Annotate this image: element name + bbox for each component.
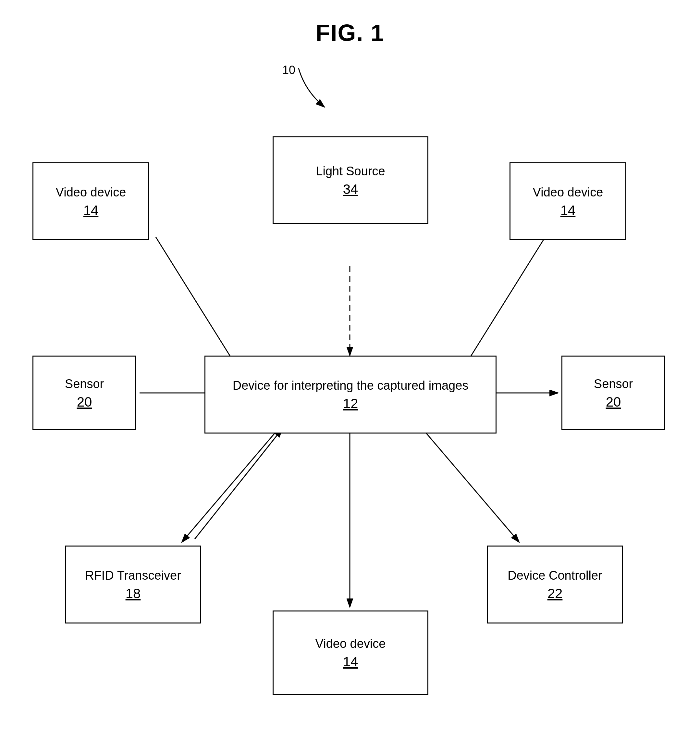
rfid-box: RFID Transceiver 18 [65,545,201,623]
diagram: FIG. 1 10 Light Sou [0,0,700,755]
video-device-bottom-label: Video device [316,636,386,652]
video-device-left-number: 14 [83,203,98,218]
sensor-left-label: Sensor [65,376,104,392]
device-controller-label: Device Controller [508,568,602,584]
device-controller-number: 22 [547,586,563,601]
video-device-bottom-box: Video device 14 [273,611,428,695]
fig-title: FIG. 1 [0,0,700,46]
ref-10-label: 10 [282,63,295,77]
video-device-right-number: 14 [561,203,576,218]
video-device-right-box: Video device 14 [509,162,627,240]
sensor-right-label: Sensor [594,376,633,392]
center-device-label: Device for interpreting the captured ima… [233,378,469,393]
sensor-right-number: 20 [606,394,621,410]
center-device-number: 12 [343,396,358,412]
svg-line-2 [464,237,545,367]
sensor-left-box: Sensor 20 [33,356,136,430]
svg-line-7 [425,432,519,542]
sensor-left-number: 20 [77,394,92,410]
light-source-number: 34 [343,182,358,197]
sensor-right-box: Sensor 20 [561,356,665,430]
light-source-box: Light Source 34 [273,136,428,224]
video-device-left-label: Video device [56,185,126,200]
device-controller-box: Device Controller 22 [487,545,623,623]
video-device-left-box: Video device 14 [33,162,149,240]
rfid-label: RFID Transceiver [85,568,181,584]
svg-line-1 [156,237,237,367]
video-device-bottom-number: 14 [343,654,358,670]
video-device-right-label: Video device [533,185,603,200]
svg-line-6 [195,429,282,539]
rfid-number: 18 [126,586,141,601]
center-device-box: Device for interpreting the captured ima… [205,356,497,434]
light-source-label: Light Source [316,163,385,179]
svg-line-5 [182,432,276,542]
